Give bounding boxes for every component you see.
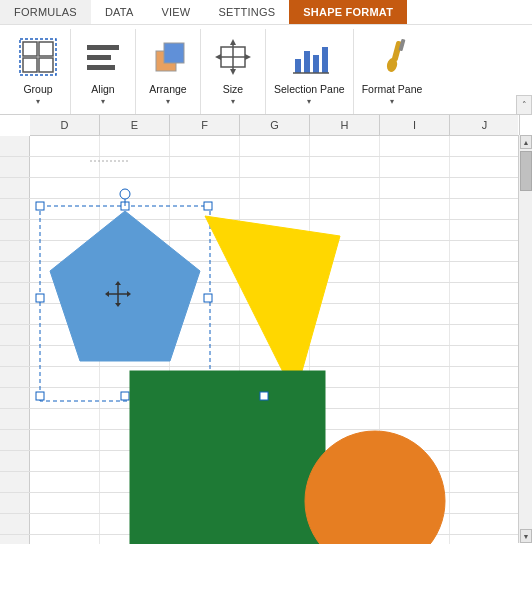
svg-rect-0 [23,42,37,56]
grid-cell[interactable] [100,136,170,156]
ribbon-group-arrange[interactable]: Arrange ▾ [136,29,201,114]
tab-settings[interactable]: SETTINGS [204,0,289,24]
ribbon: FORMULAS DATA VIEW SETTINGS SHAPE FORMAT… [0,0,532,115]
col-header-G: G [240,115,310,135]
spreadsheet: D E F G H I J [0,115,532,545]
format-pane-label: Format Pane [362,83,423,95]
tab-view[interactable]: VIEW [147,0,204,24]
selection-pane-arrow: ▾ [307,97,311,106]
svg-rect-1 [39,42,53,56]
grid-cell[interactable] [380,136,450,156]
svg-rect-5 [87,45,119,50]
svg-marker-12 [230,39,236,45]
col-header-J: J [450,115,520,135]
ribbon-group-size[interactable]: Size ▾ [201,29,266,114]
align-arrow: ▾ [101,97,105,106]
row-number [0,325,30,345]
svg-rect-6 [87,55,111,60]
ribbon-group-align[interactable]: Align ▾ [71,29,136,114]
grid-cell[interactable] [450,136,518,156]
row-number [0,136,30,156]
svg-rect-9 [164,43,184,63]
tab-formulas[interactable]: FORMULAS [0,0,91,24]
row-number [0,304,30,324]
grid-cell[interactable] [30,136,100,156]
scroll-thumb[interactable] [520,151,532,191]
col-header-I: I [380,115,450,135]
col-header-H: H [310,115,380,135]
row-number [0,409,30,429]
selection-pane-label: Selection Pane [274,83,345,95]
size-label: Size [223,83,243,95]
row-number [0,451,30,471]
size-icon [209,33,257,81]
svg-marker-16 [245,54,251,60]
svg-marker-15 [215,54,221,60]
grid-cell[interactable] [310,136,380,156]
arrange-label: Arrange [149,83,186,95]
svg-rect-31 [204,294,212,302]
grid-cell[interactable] [170,136,240,156]
ribbon-group-group[interactable]: Group ▾ [6,29,71,114]
svg-marker-37 [50,211,200,361]
row-number [0,241,30,261]
align-icon [79,33,127,81]
table-row[interactable] [0,136,518,157]
group-label: Group [23,83,52,95]
selection-pane-icon [285,33,333,81]
svg-rect-20 [322,47,328,73]
svg-marker-44 [205,216,340,396]
svg-rect-33 [121,392,129,400]
svg-rect-45 [130,371,325,544]
grid-cell[interactable] [240,136,310,156]
svg-rect-30 [36,294,44,302]
row-number [0,283,30,303]
shape-canvas [30,156,500,544]
row-number [0,157,30,177]
svg-rect-27 [36,202,44,210]
row-number [0,472,30,492]
row-number [0,388,30,408]
format-pane-icon [368,33,416,81]
ribbon-group-selection-pane[interactable]: Selection Pane ▾ [266,29,354,114]
row-number [0,199,30,219]
svg-rect-32 [36,392,44,400]
row-number [0,493,30,513]
row-number [0,346,30,366]
col-header-D: D [30,115,100,135]
col-header-F: F [170,115,240,135]
svg-rect-3 [39,58,53,72]
tab-shape-format[interactable]: SHAPE FORMAT [289,0,407,24]
row-number [0,535,30,544]
row-number [0,220,30,240]
svg-marker-13 [230,69,236,75]
scroll-down-button[interactable]: ▼ [520,529,532,543]
svg-rect-17 [295,59,301,73]
col-header-E: E [100,115,170,135]
svg-rect-47 [260,392,268,400]
row-number [0,178,30,198]
ribbon-group-format-pane[interactable]: Format Pane ▾ [354,29,431,114]
tab-data[interactable]: DATA [91,0,148,24]
svg-rect-29 [204,202,212,210]
svg-rect-2 [23,58,37,72]
ribbon-collapse-button[interactable]: ˄ [516,95,532,115]
scroll-up-button[interactable]: ▲ [520,135,532,149]
group-arrow: ▾ [36,97,40,106]
arrange-arrow: ▾ [166,97,170,106]
col-header-row: D E F G H I J [30,115,518,136]
group-icon [14,33,62,81]
format-pane-arrow: ▾ [390,97,394,106]
svg-rect-18 [304,51,310,73]
row-number [0,262,30,282]
vertical-scrollbar[interactable]: ▲ ▼ [518,135,532,543]
size-arrow: ▾ [231,97,235,106]
align-label: Align [91,83,114,95]
arrange-icon [144,33,192,81]
ribbon-content: Group ▾ Align ▾ [0,24,532,114]
grid-area [0,136,518,544]
svg-point-46 [305,431,445,544]
svg-rect-4 [20,39,56,75]
svg-rect-19 [313,55,319,73]
svg-rect-7 [87,65,115,70]
